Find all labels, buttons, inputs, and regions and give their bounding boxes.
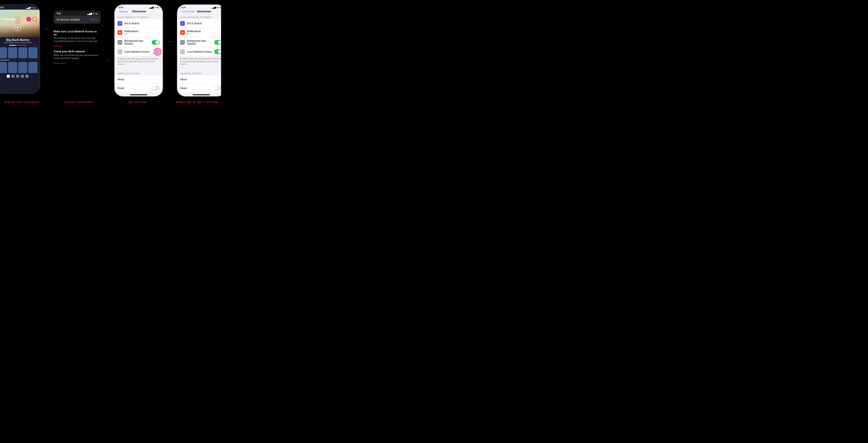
thumb-6[interactable]	[8, 62, 17, 73]
play-button[interactable]: ▶	[14, 24, 21, 31]
arrow-3: →	[167, 4, 173, 44]
hamburger-icon[interactable]: ☰	[0, 18, 1, 21]
cancel-button[interactable]: Cancel	[90, 18, 97, 21]
phone3-back-button[interactable]: ‹ Settings	[118, 10, 128, 13]
phone4-row-bgrefresh[interactable]: ⟳ Background App Refresh	[177, 37, 221, 48]
instruction-body-2: Make sure your device and the Cast devic…	[54, 54, 100, 60]
phone4-row-about[interactable]: About ›	[177, 75, 221, 84]
phone3-row-about[interactable]: About ›	[115, 75, 163, 84]
phone4-siri-icon: ✦	[180, 21, 185, 26]
phone1-wifi: ⊙	[31, 7, 33, 9]
phone3-back-label: Settings	[119, 10, 128, 13]
phone1-hero-image: ▶	[0, 9, 40, 37]
phone3-row-reset[interactable]: Reset	[115, 84, 163, 93]
phone4-bgrefresh-toggle[interactable]	[214, 40, 221, 45]
phone3-status-icons: ▂▄▆ ⊙ ▬	[149, 6, 159, 8]
phone4-row-notifications[interactable]: 🔔 Notifications Off ›	[177, 28, 221, 37]
phone3-reset-thumb	[152, 86, 156, 90]
phone3-back-chevron: ‹	[118, 10, 119, 13]
cast-icon[interactable]: ⊡	[26, 17, 31, 22]
settings-link[interactable]: Settings	[54, 45, 62, 48]
phone3-signal: ▂▄▆	[149, 6, 154, 8]
thumb-3[interactable]	[18, 47, 28, 58]
phone4-lna-thumb	[218, 50, 221, 54]
phone4-bgrefresh-thumb	[218, 40, 221, 44]
phone3-notif-label: Notifications	[124, 30, 159, 33]
phone3-democast-section-header: DEMOCAST SETTINGS	[115, 71, 163, 75]
thumb-2[interactable]	[8, 47, 17, 58]
progress-bar	[9, 45, 26, 45]
instruction-title-2: Check your Wi-Fi network	[54, 50, 100, 53]
label-phone1-text: Display Cast entrypoint	[2, 101, 42, 103]
phone4-notif-sublabel: Off	[187, 33, 221, 35]
phone3-lna-thumb	[152, 50, 156, 54]
phone4-notif-text: Notifications Off	[187, 30, 221, 35]
arrow-1-icon: →	[44, 26, 50, 32]
phone4-back-button[interactable]: ‹ DemoCast app	[181, 10, 195, 13]
phone1-signal: ▂▄▆	[26, 7, 30, 9]
phone3-status-bar: 11:57 ▂▄▆ ⊙ ▬	[115, 5, 163, 9]
phone3-row-lna[interactable]: Local Network Access	[115, 48, 163, 56]
phone1-status-icons: ▂▄▆ ⊙ ▬	[26, 7, 36, 9]
phone1-status-bar: 9:41 ▂▄▆ ⊙ ▬	[0, 5, 40, 9]
phone3-lna-description: Enabled to allow this app permission to …	[115, 56, 163, 67]
phone3-bgrefresh-toggle[interactable]	[152, 40, 160, 45]
phone3-notif-chevron: ›	[159, 31, 160, 34]
phone3-about-chevron: ›	[159, 78, 160, 81]
phone4-notif-label: Notifications	[187, 30, 221, 33]
phone3-siri-icon: ✦	[118, 21, 122, 26]
dot-3	[16, 75, 19, 78]
phone3-lna-text: Local Network Access	[124, 50, 152, 53]
phone4-section-gap	[177, 67, 221, 71]
thumb-4[interactable]	[28, 47, 37, 58]
phone3-home-bar	[130, 94, 147, 95]
learn-more-link[interactable]: Learn more	[54, 62, 66, 65]
thumb-5[interactable]	[0, 62, 7, 73]
phone3-row-bgrefresh[interactable]: ⟳ Background App Refresh	[115, 37, 163, 48]
phone4-bgrefresh-icon: ⟳	[180, 40, 185, 45]
phone-1-democast: 9:41 ▂▄▆ ⊙ ▬ ▶	[0, 4, 40, 94]
progress-fill	[9, 45, 16, 45]
phone3-bgrefresh-text: Background App Refresh	[124, 39, 152, 45]
phone3-bgrefresh-icon: ⟳	[118, 40, 122, 45]
phone3-lna-toggle[interactable]	[152, 50, 160, 54]
thumb-7[interactable]	[18, 62, 28, 73]
thumb-1[interactable]	[0, 47, 7, 58]
dialog-content: No devices available Cancel	[54, 15, 100, 24]
phone4-battery: ▬	[220, 6, 221, 8]
dialog-signal: ▂▄▆	[87, 12, 92, 15]
phone4-reset-toggle[interactable]	[214, 86, 221, 91]
no-devices-text: No devices available	[57, 18, 80, 21]
section-bar-1	[0, 60, 9, 61]
phone4-row-siri[interactable]: ✦ Siri & Search ›	[177, 19, 221, 28]
phone3-bgrefresh-label: Background App Refresh	[124, 39, 152, 45]
dialog-wifi: ⊙	[93, 12, 95, 15]
phone4-home-bar	[193, 94, 210, 95]
instruction-box: Make sure Local Network Access is on Go …	[54, 28, 100, 67]
dot-1	[7, 75, 10, 78]
avatar-icon[interactable]: ◯	[32, 17, 37, 22]
phone4-lna-icon	[180, 50, 185, 54]
arrow-3-icon: →	[167, 38, 173, 44]
phone4-row-lna[interactable]: Local Network Access	[177, 48, 221, 56]
thumb-8[interactable]	[28, 62, 37, 73]
phone3-row-notifications[interactable]: 🔔 Notifications Off ›	[115, 28, 163, 37]
phone4-status-icons: ▂▄▆ ⊙ ▬	[212, 6, 221, 8]
phone3-siri-text: Siri & Search	[124, 22, 159, 25]
phone4-siri-text: Siri & Search	[187, 22, 221, 25]
phone3-notif-icon: 🔔	[118, 30, 122, 35]
phone3-reset-toggle[interactable]	[152, 86, 160, 91]
phone4-time: 11:57	[181, 6, 186, 8]
label-phone3-text: App Settings	[116, 101, 159, 103]
phone4-row-reset[interactable]: Reset	[177, 84, 221, 93]
instruction-body-1: Go to Settings on this phone and check t…	[54, 37, 100, 43]
phone4-notif-icon: 🔔	[180, 30, 185, 35]
phone4-lna-toggle[interactable]	[214, 50, 221, 54]
phone3-row-siri[interactable]: ✦ Siri & Search ›	[115, 19, 163, 28]
phone3-siri-label: Siri & Search	[124, 22, 159, 25]
phone3-wifi: ⊙	[154, 6, 156, 8]
phone3-time: 11:57	[118, 6, 123, 8]
dialog-status-icons: ▂▄▆ ⊙ ▬	[87, 12, 97, 15]
phone4-allow-section-header: ALLOW DEMOCAST TO ACCESS	[177, 15, 221, 19]
phone4-democast-section-header: DEMOCAST SETTINGS	[177, 71, 221, 75]
